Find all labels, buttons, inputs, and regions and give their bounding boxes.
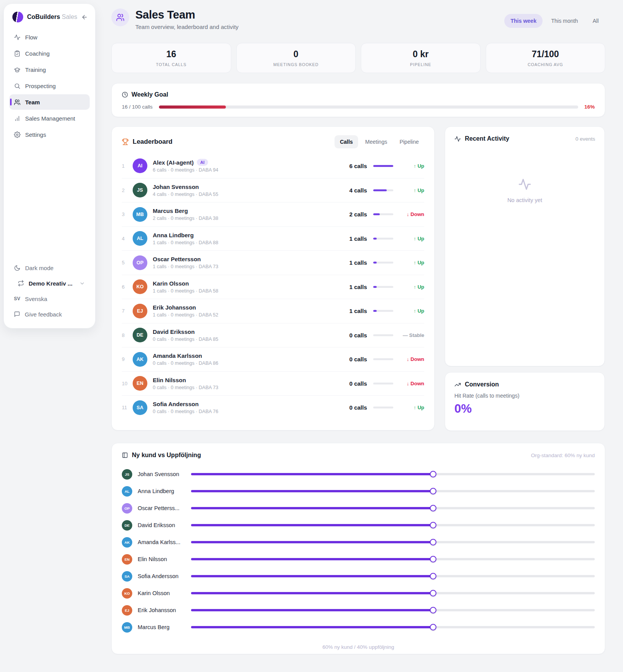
- stat-card-total-calls: 16 TOTAL CALLS: [111, 43, 231, 73]
- mix-row-amanda-karlss: AK Amanda Karlss...: [122, 534, 595, 551]
- slider-knob[interactable]: [430, 505, 437, 512]
- leaderboard-tab-meetings[interactable]: Meetings: [360, 135, 393, 148]
- person-info: Oscar Pettersson 1 calls · 0 meetings · …: [153, 256, 342, 269]
- person-info: Sofia Andersson 0 calls · 0 meetings · D…: [153, 401, 342, 414]
- person-info: Marcus Berg 2 calls · 0 meetings · DABA …: [153, 208, 342, 221]
- mix-slider[interactable]: [191, 624, 595, 631]
- leaderboard-row[interactable]: 11 SA Sofia Andersson 0 calls · 0 meetin…: [122, 395, 424, 420]
- sidebar-item-coaching[interactable]: Coaching: [9, 46, 90, 61]
- person-name: Erik Johansson: [153, 304, 196, 311]
- brand-suffix: Sales: [62, 14, 77, 20]
- mix-slider[interactable]: [191, 590, 595, 597]
- mix-slider[interactable]: [191, 471, 595, 478]
- recent-activity-card: Recent Activity 0 events No activity yet: [445, 126, 605, 366]
- leaderboard-row[interactable]: 1 AI Alex (AI-agent) AI 6 calls · 0 meet…: [122, 154, 424, 178]
- give-feedback-button[interactable]: Give feedback: [9, 307, 90, 321]
- leaderboard-row[interactable]: 8 DE David Eriksson 0 calls · 0 meetings…: [122, 323, 424, 347]
- mix-slider[interactable]: [191, 539, 595, 546]
- mix-slider[interactable]: [191, 573, 595, 580]
- weekly-goal-progressbar: [159, 105, 578, 109]
- slider-knob[interactable]: [430, 590, 437, 597]
- slider-knob[interactable]: [430, 607, 437, 614]
- pulse-icon: [518, 178, 531, 191]
- range-tab-this-month[interactable]: This month: [545, 14, 584, 28]
- leaderboard-row[interactable]: 10 EN Elin Nilsson 0 calls · 0 meetings …: [122, 371, 424, 396]
- gear-icon: [14, 131, 20, 138]
- person-stats: 1 calls · 0 meetings · DABA 88: [153, 240, 342, 245]
- slider-knob[interactable]: [430, 522, 437, 529]
- person-name: Anna Lindberg: [153, 232, 194, 238]
- rank-number: 3: [122, 211, 133, 217]
- mix-row-elin-nilsson: EN Elin Nilsson: [122, 551, 595, 568]
- avatar: MB: [133, 207, 147, 222]
- trend-indicator: ↑ Up: [399, 187, 424, 193]
- avatar: AL: [133, 231, 147, 246]
- leaderboard-row[interactable]: 5 OP Oscar Pettersson 1 calls · 0 meetin…: [122, 250, 424, 275]
- person-name: Anna Lindberg: [138, 488, 191, 494]
- rank-number: 10: [122, 381, 133, 386]
- trend-indicator: ↑ Up: [399, 284, 424, 290]
- calls-bar: [373, 407, 393, 408]
- slider-knob[interactable]: [430, 556, 437, 563]
- slider-knob[interactable]: [430, 624, 437, 631]
- sidebar-item-sales-management[interactable]: Sales Management: [9, 111, 90, 126]
- sidebar-item-prospecting[interactable]: Prospecting: [9, 78, 90, 94]
- stat-label: PIPELINE: [410, 62, 431, 67]
- stats-row: 16 TOTAL CALLS0 MEETINGS BOOKED0 kr PIPE…: [111, 43, 605, 73]
- range-tab-this-week[interactable]: This week: [504, 14, 543, 28]
- leaderboard-tab-pipeline[interactable]: Pipeline: [394, 135, 424, 148]
- calls-bar: [373, 262, 393, 264]
- person-stats: 1 calls · 0 meetings · DABA 73: [153, 264, 342, 269]
- avatar: AI: [133, 158, 147, 173]
- rank-number: 4: [122, 236, 133, 242]
- slider-knob[interactable]: [430, 539, 437, 546]
- range-tab-all[interactable]: All: [586, 14, 605, 28]
- mix-slider[interactable]: [191, 556, 595, 563]
- sidebar-item-label: Training: [25, 66, 46, 73]
- mix-slider[interactable]: [191, 505, 595, 512]
- leaderboard-row[interactable]: 4 AL Anna Lindberg 1 calls · 0 meetings …: [122, 226, 424, 251]
- empty-state-text: No activity yet: [507, 197, 542, 203]
- sidebar-footer: Dark mode Demo Kreativ ... SV Svenska Gi…: [9, 261, 90, 321]
- calls-bar: [373, 358, 393, 360]
- calls-bar: [373, 238, 393, 240]
- trend-indicator: ↑ Up: [399, 236, 424, 242]
- rank-number: 6: [122, 284, 133, 290]
- stat-value: 0 kr: [413, 49, 428, 60]
- sidebar-item-settings[interactable]: Settings: [9, 127, 90, 142]
- workspace-switcher[interactable]: Demo Kreativ ...: [9, 276, 90, 290]
- leaderboard-row[interactable]: 7 EJ Erik Johansson 1 calls · 0 meetings…: [122, 299, 424, 323]
- slider-knob[interactable]: [430, 573, 437, 580]
- mix-slider[interactable]: [191, 488, 595, 495]
- leaderboard-row[interactable]: 3 MB Marcus Berg 2 calls · 0 meetings · …: [122, 202, 424, 226]
- leaderboard-row[interactable]: 9 AK Amanda Karlsson 0 calls · 0 meeting…: [122, 347, 424, 371]
- mix-row-david-eriksson: DE David Eriksson: [122, 517, 595, 534]
- calls-count: 0 calls: [342, 332, 367, 339]
- slider-knob[interactable]: [430, 488, 437, 495]
- leaderboard-row[interactable]: 2 JS Johan Svensson 4 calls · 0 meetings…: [122, 178, 424, 202]
- leaderboard-row[interactable]: 6 KO Karin Olsson 1 calls · 0 meetings ·…: [122, 275, 424, 299]
- moon-icon: [14, 265, 20, 271]
- events-count: 0 events: [575, 136, 595, 142]
- sidebar-item-training[interactable]: Training: [9, 62, 90, 77]
- collapse-sidebar-icon[interactable]: [81, 14, 88, 20]
- mix-slider[interactable]: [191, 522, 595, 529]
- person-stats: 0 calls · 0 meetings · DABA 76: [153, 409, 342, 414]
- dark-mode-toggle[interactable]: Dark mode: [9, 261, 90, 275]
- sidebar-item-flow[interactable]: Flow: [9, 29, 90, 45]
- mix-row-marcus-berg: MB Marcus Berg: [122, 619, 595, 636]
- sidebar-item-label: Prospecting: [25, 83, 56, 89]
- trend-indicator: ↓ Down: [399, 356, 424, 362]
- rank-number: 11: [122, 405, 133, 410]
- calls-count: 2 calls: [342, 211, 367, 218]
- calls-bar: [373, 189, 393, 191]
- avatar: EJ: [133, 304, 147, 318]
- avatar: OP: [122, 503, 132, 514]
- conversion-value: 0%: [454, 402, 595, 416]
- mix-slider[interactable]: [191, 607, 595, 614]
- slider-knob[interactable]: [430, 471, 437, 478]
- brand: CoBuilders Sales: [9, 12, 90, 29]
- sidebar-item-team[interactable]: Team: [9, 94, 90, 110]
- leaderboard-tab-calls[interactable]: Calls: [335, 135, 358, 148]
- language-selector[interactable]: SV Svenska: [9, 292, 90, 306]
